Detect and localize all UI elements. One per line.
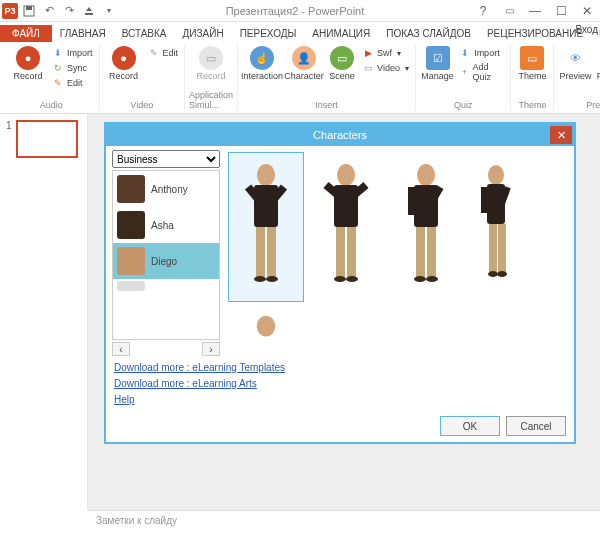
cancel-button[interactable]: Cancel xyxy=(506,416,566,436)
publish-button[interactable]: ⬆ Publish xyxy=(594,44,600,82)
interaction-button[interactable]: ☝ Interaction xyxy=(242,44,282,82)
dialog-title-bar[interactable]: Characters ✕ xyxy=(106,124,574,146)
slide-thumbnail-pane[interactable]: 1 xyxy=(0,114,88,510)
quiz-add-button[interactable]: +Add Quiz xyxy=(457,61,506,83)
pose-item[interactable] xyxy=(388,152,464,302)
slide-preview xyxy=(16,120,78,158)
start-button[interactable] xyxy=(80,2,98,20)
quiz-icon: ☑ xyxy=(426,46,450,70)
tab-slideshow[interactable]: ПОКАЗ СЛАЙДОВ xyxy=(378,25,479,42)
ribbon: ● Record ⬇Import ↻Sync ✎Edit Audio ● Rec… xyxy=(0,42,600,114)
svg-rect-2 xyxy=(85,13,93,15)
svg-point-27 xyxy=(488,165,504,185)
group-presentation: 👁 Preview ⬆ Publish 📦 Package Presentati… xyxy=(554,44,600,111)
svg-rect-24 xyxy=(427,227,436,277)
link-help[interactable]: Help xyxy=(114,392,566,408)
ribbon-tabs: ФАЙЛ ГЛАВНАЯ ВСТАВКА ДИЗАЙН ПЕРЕХОДЫ АНИ… xyxy=(0,22,600,42)
save-button[interactable] xyxy=(20,2,38,20)
sign-in-link[interactable]: Вход xyxy=(575,24,598,35)
help-button[interactable]: ? xyxy=(470,0,496,22)
character-item-selected[interactable]: Diego xyxy=(113,243,219,279)
preview-button[interactable]: 👁 Preview xyxy=(558,44,592,82)
pose-gallery[interactable] xyxy=(226,150,568,340)
title-bar: P3 ↶ ↷ ▾ Презентация2 - PowerPoint ? ▭ —… xyxy=(0,0,600,22)
app-icon: P3 xyxy=(2,3,18,19)
svg-rect-32 xyxy=(498,224,506,272)
ribbon-options-button[interactable]: ▭ xyxy=(496,0,522,22)
audio-sync-button[interactable]: ↻Sync xyxy=(50,61,95,75)
minimize-button[interactable]: — xyxy=(522,0,548,22)
tab-transitions[interactable]: ПЕРЕХОДЫ xyxy=(232,25,305,42)
svg-rect-1 xyxy=(26,6,32,10)
character-item[interactable] xyxy=(113,279,219,293)
svg-point-33 xyxy=(488,271,498,277)
character-list-panel: Business Anthony Asha xyxy=(112,150,220,356)
mic-icon: ● xyxy=(16,46,40,70)
video-record-button[interactable]: ● Record xyxy=(104,44,144,82)
svg-rect-4 xyxy=(254,185,278,227)
group-theme: ▭ Theme Theme xyxy=(511,44,554,111)
page-prev-button[interactable]: ‹ xyxy=(112,342,130,356)
svg-point-3 xyxy=(257,164,275,186)
audio-edit-button[interactable]: ✎Edit xyxy=(50,76,95,90)
svg-rect-16 xyxy=(347,227,356,277)
dialog-close-button[interactable]: ✕ xyxy=(550,126,572,144)
tab-file[interactable]: ФАЙЛ xyxy=(0,25,52,42)
character-icon: 👤 xyxy=(292,46,316,70)
theme-button[interactable]: ▭ Theme xyxy=(515,44,549,82)
pose-item[interactable] xyxy=(308,152,384,302)
quiz-manage-button[interactable]: ☑ Manage xyxy=(420,44,455,82)
group-insert: ☝ Interaction 👤 Character ▭ Scene ▶Swf▾ … xyxy=(238,44,416,111)
dialog-title: Characters xyxy=(313,129,367,141)
insert-video-button[interactable]: ▭Video▾ xyxy=(360,61,411,75)
tab-review[interactable]: РЕЦЕНЗИРОВАНИЕ xyxy=(479,25,591,42)
scene-button[interactable]: ▭ Scene xyxy=(326,44,358,82)
dialog-buttons: OK Cancel xyxy=(112,412,568,438)
tab-home[interactable]: ГЛАВНАЯ xyxy=(52,25,114,42)
tab-design[interactable]: ДИЗАЙН xyxy=(175,25,232,42)
slide-editor: Characters ✕ Business Anthony xyxy=(88,114,600,510)
svg-point-18 xyxy=(346,276,358,282)
category-select[interactable]: Business xyxy=(112,150,220,168)
svg-point-19 xyxy=(417,164,435,186)
dialog-links: Download more : eLearning Templates Down… xyxy=(112,356,568,412)
character-item[interactable]: Asha xyxy=(113,207,219,243)
svg-rect-23 xyxy=(416,227,425,277)
svg-rect-15 xyxy=(336,227,345,277)
maximize-button[interactable]: ☐ xyxy=(548,0,574,22)
appsim-record-button[interactable]: ▭ Record xyxy=(191,44,231,82)
qat-customize[interactable]: ▾ xyxy=(100,2,118,20)
swf-button[interactable]: ▶Swf▾ xyxy=(360,46,411,60)
window-title: Презентация2 - PowerPoint xyxy=(120,5,470,17)
tab-animations[interactable]: АНИМАЦИЯ xyxy=(304,25,378,42)
svg-point-11 xyxy=(337,164,355,186)
main-area: 1 Characters ✕ Business xyxy=(0,114,600,510)
svg-rect-29 xyxy=(481,187,488,213)
group-audio: ● Record ⬇Import ↻Sync ✎Edit Audio xyxy=(4,44,100,111)
svg-point-35 xyxy=(257,316,276,337)
pose-item[interactable] xyxy=(228,306,304,336)
svg-rect-22 xyxy=(408,187,416,215)
audio-import-button[interactable]: ⬇Import xyxy=(50,46,95,60)
quiz-import-button[interactable]: ⬇Import xyxy=(457,46,506,60)
quick-access-toolbar: P3 ↶ ↷ ▾ xyxy=(0,2,120,20)
notes-pane[interactable]: Заметки к слайду xyxy=(88,510,600,534)
close-button[interactable]: ✕ xyxy=(574,0,600,22)
ok-button[interactable]: OK xyxy=(440,416,500,436)
slide-thumbnail[interactable]: 1 xyxy=(6,120,81,158)
undo-button[interactable]: ↶ xyxy=(40,2,58,20)
tab-insert[interactable]: ВСТАВКА xyxy=(114,25,175,42)
page-next-button[interactable]: › xyxy=(202,342,220,356)
pose-item[interactable] xyxy=(468,152,524,302)
audio-record-button[interactable]: ● Record xyxy=(8,44,48,82)
character-list[interactable]: Anthony Asha Diego xyxy=(112,170,220,340)
avatar xyxy=(117,247,145,275)
link-arts[interactable]: Download more : eLearning Arts xyxy=(114,376,566,392)
video-edit-button[interactable]: ✎Edit xyxy=(146,46,181,60)
svg-point-34 xyxy=(497,271,507,277)
link-templates[interactable]: Download more : eLearning Templates xyxy=(114,360,566,376)
character-item[interactable]: Anthony xyxy=(113,171,219,207)
svg-point-26 xyxy=(426,276,438,282)
redo-button[interactable]: ↷ xyxy=(60,2,78,20)
character-button[interactable]: 👤 Character xyxy=(284,44,324,82)
